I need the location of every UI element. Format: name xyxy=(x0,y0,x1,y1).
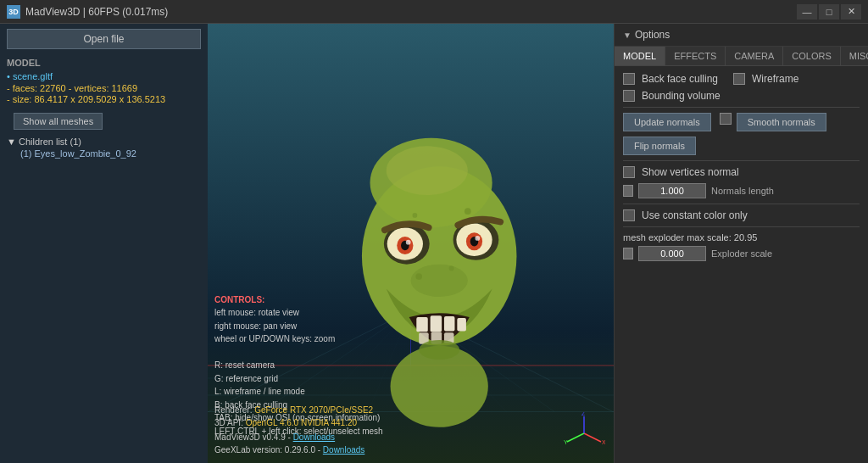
back-face-culling-label: Back face culling xyxy=(642,73,718,85)
smooth-normals-button[interactable]: Smooth normals xyxy=(737,113,826,131)
tab-colors[interactable]: COLORS xyxy=(783,47,840,65)
svg-point-24 xyxy=(456,224,492,256)
svg-point-25 xyxy=(397,237,413,254)
children-list-header: ▼ Children list (1) xyxy=(7,137,201,147)
wireframe-checkbox[interactable] xyxy=(733,73,745,85)
divider-4 xyxy=(623,226,860,227)
svg-point-27 xyxy=(401,241,409,251)
svg-rect-37 xyxy=(443,332,453,343)
maximize-button[interactable]: □ xyxy=(819,4,839,20)
window-controls: — □ ✕ xyxy=(797,4,861,20)
model-section: MODEL • scene.gltf - faces: 22760 - vert… xyxy=(0,54,208,108)
tab-effects[interactable]: EFFECTS xyxy=(665,47,726,65)
main-layout: Open file MODEL • scene.gltf - faces: 22… xyxy=(0,24,868,463)
svg-text:Y: Y xyxy=(564,439,568,445)
control-line-2: right mouse: pan view xyxy=(214,320,383,333)
show-all-meshes-button[interactable]: Show all meshes xyxy=(14,113,103,130)
show-vertices-normal-row: Show vertices normal xyxy=(623,166,860,178)
options-header: ▼ Options xyxy=(615,24,868,47)
svg-line-7 xyxy=(411,310,615,412)
renderer-value: GeForce RTX 2070/PCIe/SSE2 xyxy=(254,405,373,415)
geexlab-version: GeeXLab version: 0.29.6.0 - xyxy=(214,445,323,455)
control-l: L: wireframe / line mode xyxy=(214,385,383,399)
api-value: OpenGL 4.6.0 NVIDIA 441.20 xyxy=(246,418,357,427)
madview-downloads-link[interactable]: Downloads xyxy=(293,432,335,442)
svg-point-26 xyxy=(465,232,481,250)
normals-button-row: Update normals Smooth normals xyxy=(623,113,860,131)
svg-text:Z: Z xyxy=(581,412,586,416)
tab-model[interactable]: MODEL xyxy=(615,47,665,65)
svg-point-41 xyxy=(412,213,417,218)
minimize-button[interactable]: — xyxy=(797,4,817,20)
svg-rect-33 xyxy=(443,316,453,331)
controls-title: CONTROLS: xyxy=(214,293,383,306)
tab-content: Back face culling Wireframe Bounding vol… xyxy=(615,66,868,463)
svg-rect-36 xyxy=(431,332,441,343)
control-g: G: reference grid xyxy=(214,372,383,386)
show-vertices-normal-checkbox[interactable] xyxy=(623,166,635,178)
svg-point-17 xyxy=(390,346,487,427)
tab-misc[interactable]: MISC xyxy=(841,47,868,65)
show-vertices-normal-label: Show vertices normal xyxy=(642,166,739,178)
smooth-normals-checkbox[interactable] xyxy=(720,113,732,125)
divider-1 xyxy=(623,107,860,108)
mesh-exploder-label: mesh exploder max scale: 20.95 xyxy=(623,232,860,243)
control-line-3: wheel or UP/DOWN keys: zoom xyxy=(214,332,383,346)
divider-2 xyxy=(623,160,860,161)
svg-rect-31 xyxy=(416,317,427,332)
api-label: 3D API: xyxy=(214,418,246,427)
divider-3 xyxy=(623,204,860,204)
svg-point-28 xyxy=(470,237,478,247)
scene-name: • scene.gltf xyxy=(7,71,201,81)
update-normals-button[interactable]: Update normals xyxy=(623,113,711,131)
flip-normals-row: Flip normals xyxy=(623,137,860,155)
exploder-value-row: Exploder scale xyxy=(623,246,860,261)
normals-length-input[interactable] xyxy=(638,183,706,198)
geexlab-downloads-link[interactable]: Downloads xyxy=(323,445,364,455)
exploder-scale-label: Exploder scale xyxy=(711,248,772,259)
renderer-label: Renderer: xyxy=(214,405,254,415)
madview-version: MadView3D v0.4.9 - xyxy=(214,432,293,442)
control-r: R: reset camera xyxy=(214,359,383,372)
close-button[interactable]: ✕ xyxy=(841,4,861,20)
tab-bar: MODEL EFFECTS CAMERA COLORS MISC xyxy=(615,47,868,66)
svg-point-39 xyxy=(415,273,422,280)
svg-point-29 xyxy=(405,240,410,245)
svg-point-40 xyxy=(448,266,453,271)
svg-point-38 xyxy=(386,146,467,195)
control-line-1: left mouse: rotate view xyxy=(214,306,383,320)
svg-point-22 xyxy=(453,220,498,260)
size-info: - size: 86.4117 x 209.5029 x 136.5213 xyxy=(7,94,201,104)
back-face-culling-row: Back face culling Wireframe xyxy=(623,73,860,85)
left-panel: Open file MODEL • scene.gltf - faces: 22… xyxy=(0,24,208,463)
svg-point-20 xyxy=(410,265,467,297)
viewport[interactable]: CONTROLS: left mouse: rotate view right … xyxy=(208,24,614,463)
use-constant-color-checkbox[interactable] xyxy=(623,209,635,221)
axis-indicator: X Y Z xyxy=(563,412,605,455)
svg-line-45 xyxy=(567,433,584,442)
children-list: ▼ Children list (1) (1) Eyes_low_Zombie_… xyxy=(0,135,208,160)
bounding-volume-checkbox[interactable] xyxy=(623,90,635,102)
tab-camera[interactable]: CAMERA xyxy=(726,47,783,65)
title-bar: 3D MadView3D | 60FPS (0.017ms) — □ ✕ xyxy=(0,0,868,24)
title-bar-left: 3D MadView3D | 60FPS (0.017ms) xyxy=(7,5,168,19)
right-panel: ▼ Options MODEL EFFECTS CAMERA COLORS MI… xyxy=(614,24,868,463)
svg-point-43 xyxy=(419,340,459,360)
children-list-item[interactable]: (1) Eyes_low_Zombie_0_92 xyxy=(7,148,201,159)
svg-line-44 xyxy=(584,433,601,442)
back-face-culling-checkbox[interactable] xyxy=(623,73,635,85)
exploder-input[interactable] xyxy=(638,246,706,261)
title-text: MadView3D | 60FPS (0.017ms) xyxy=(25,6,168,18)
svg-rect-34 xyxy=(457,318,466,331)
use-constant-color-row: Use constant color only xyxy=(623,209,860,221)
flip-normals-button[interactable]: Flip normals xyxy=(623,137,696,155)
bounding-volume-row: Bounding volume xyxy=(623,90,860,102)
app-icon: 3D xyxy=(7,5,20,19)
svg-rect-32 xyxy=(430,315,441,332)
svg-point-21 xyxy=(383,224,429,265)
svg-line-11 xyxy=(411,310,507,412)
open-file-button[interactable]: Open file xyxy=(7,29,201,49)
svg-rect-35 xyxy=(419,332,429,343)
normals-length-slider[interactable] xyxy=(623,185,633,197)
exploder-slider[interactable] xyxy=(623,248,633,259)
